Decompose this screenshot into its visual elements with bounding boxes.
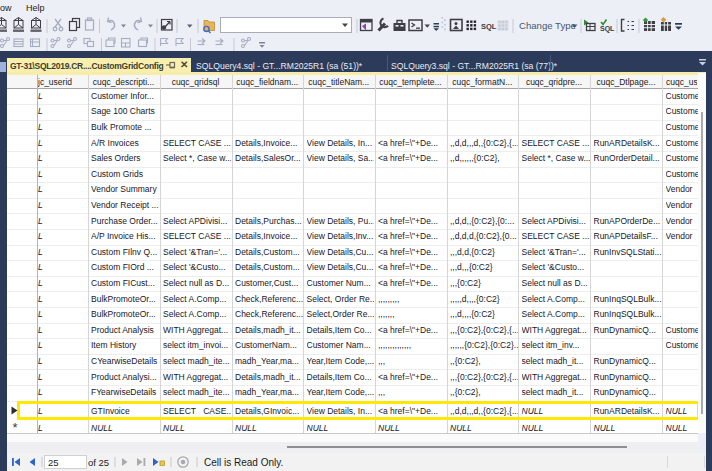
svg-text:Cell is Read Only.: Cell is Read Only. (204, 457, 283, 468)
svg-text:Change Type: Change Type (519, 20, 576, 31)
svg-text:of 25: of 25 (88, 457, 109, 468)
svg-text:25: 25 (48, 457, 59, 468)
svg-text:SQL: SQL (481, 22, 497, 31)
svg-text:SQL: SQL (600, 25, 615, 33)
